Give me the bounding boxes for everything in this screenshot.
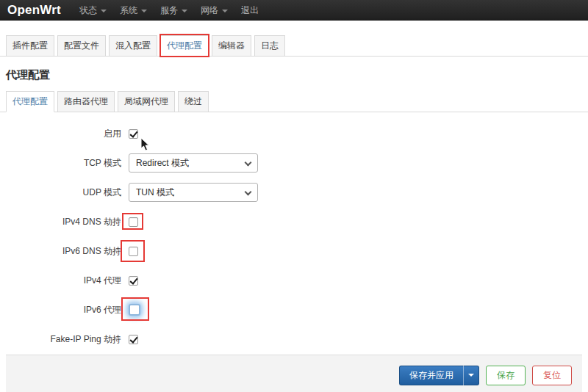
subtab-bypass[interactable]: 绕过: [178, 91, 209, 112]
save-apply-split-button: 保存并应用: [399, 366, 479, 385]
form-row-ipv4-proxy: IPv4 代理: [0, 266, 588, 295]
subtab-proxy-config[interactable]: 代理配置: [6, 91, 54, 112]
tab-editor[interactable]: 编辑器: [212, 35, 251, 57]
fakeip-ping-hijack-checkbox[interactable]: [129, 335, 138, 344]
chevron-down-icon: [245, 159, 252, 167]
sub-tabbar: 代理配置 路由器代理 局域网代理 绕过: [0, 91, 588, 112]
tab-proxy-config[interactable]: 代理配置: [160, 35, 209, 57]
ipv4-proxy-checkbox[interactable]: [129, 276, 138, 286]
ipv6-dns-hijack-label: IPv6 DNS 劫持: [0, 245, 121, 258]
main-tabbar: 插件配置 配置文件 混入配置 代理配置 编辑器 日志: [0, 35, 588, 57]
save-button[interactable]: 保存: [486, 366, 526, 385]
enable-label: 启用: [0, 128, 121, 140]
nav-menu-status[interactable]: 状态: [79, 4, 107, 17]
form-row-ipv6-proxy: IPv6 代理: [0, 295, 588, 324]
form-row-enable: 启用: [0, 119, 588, 148]
reset-button[interactable]: 复位: [532, 366, 572, 385]
tcp-mode-label: TCP 模式: [0, 157, 121, 170]
tcp-mode-select[interactable]: Redirect 模式: [129, 153, 258, 173]
save-apply-button[interactable]: 保存并应用: [399, 366, 463, 385]
nav-menu-logout-label: 退出: [241, 4, 259, 17]
footer-action-bar: 保存并应用 保存 复位: [6, 355, 582, 392]
openwrt-luci-page: OpenWrt 状态 系统 服务 网络 退出 插件配置 配置文件 混入配置 代理…: [0, 0, 588, 392]
tab-log[interactable]: 日志: [254, 35, 285, 57]
form-row-udp-mode: UDP 模式 TUN 模式: [0, 178, 588, 207]
form-row-tcp-mode: TCP 模式 Redirect 模式: [0, 148, 588, 178]
tab-mixin-config[interactable]: 混入配置: [109, 35, 157, 57]
nav-menu-status-label: 状态: [79, 4, 97, 17]
nav-menu-services[interactable]: 服务: [160, 4, 187, 17]
ipv4-dns-hijack-label: IPv4 DNS 劫持: [0, 216, 121, 228]
nav-menu-system-label: 系统: [120, 4, 137, 17]
tab-plugin-config[interactable]: 插件配置: [6, 35, 54, 57]
nav-menu-network[interactable]: 网络: [201, 4, 228, 17]
page-title: 代理配置: [6, 68, 588, 82]
proxy-config-form: 启用 TCP 模式 Redirect 模式 UDP 模式 TUN 模式: [0, 119, 588, 354]
chevron-down-icon: [222, 10, 228, 12]
tab-proxy-config-label: 代理配置: [167, 40, 202, 51]
chevron-down-icon: [101, 10, 107, 12]
tcp-mode-value: Redirect 模式: [136, 157, 189, 170]
form-row-ipv4-dns-hijack: IPv4 DNS 劫持: [0, 207, 588, 236]
fakeip-ping-hijack-label: Fake-IP Ping 劫持: [0, 333, 121, 346]
subtab-router-proxy[interactable]: 路由器代理: [57, 91, 115, 112]
brand-logo[interactable]: OpenWrt: [7, 3, 61, 18]
ipv6-dns-hijack-checkbox[interactable]: [129, 247, 138, 256]
ipv6-proxy-checkbox[interactable]: [129, 304, 140, 316]
ipv4-proxy-label: IPv4 代理: [0, 275, 121, 287]
top-navbar: OpenWrt 状态 系统 服务 网络 退出: [0, 0, 588, 21]
udp-mode-select[interactable]: TUN 模式: [129, 183, 258, 202]
chevron-down-icon: [141, 10, 147, 12]
caret-down-icon: [468, 374, 474, 377]
ipv6-proxy-label: IPv6 代理: [0, 304, 121, 316]
save-apply-dropdown-button[interactable]: [463, 366, 479, 385]
chevron-down-icon: [182, 10, 187, 12]
ipv4-dns-hijack-checkbox[interactable]: [129, 217, 138, 227]
tab-config-file[interactable]: 配置文件: [57, 35, 106, 57]
nav-menu-network-label: 网络: [201, 4, 218, 17]
subtab-lan-proxy[interactable]: 局域网代理: [118, 91, 175, 112]
nav-menu-services-label: 服务: [160, 4, 178, 17]
form-row-ipv6-dns-hijack: IPv6 DNS 劫持: [0, 236, 588, 266]
form-row-fakeip-ping-hijack: Fake-IP Ping 劫持: [0, 324, 588, 354]
nav-menu-logout[interactable]: 退出: [241, 4, 259, 17]
udp-mode-label: UDP 模式: [0, 186, 121, 199]
chevron-down-icon: [245, 189, 252, 196]
enable-checkbox[interactable]: [129, 129, 138, 139]
udp-mode-value: TUN 模式: [136, 186, 174, 199]
nav-menu-system[interactable]: 系统: [120, 4, 147, 17]
